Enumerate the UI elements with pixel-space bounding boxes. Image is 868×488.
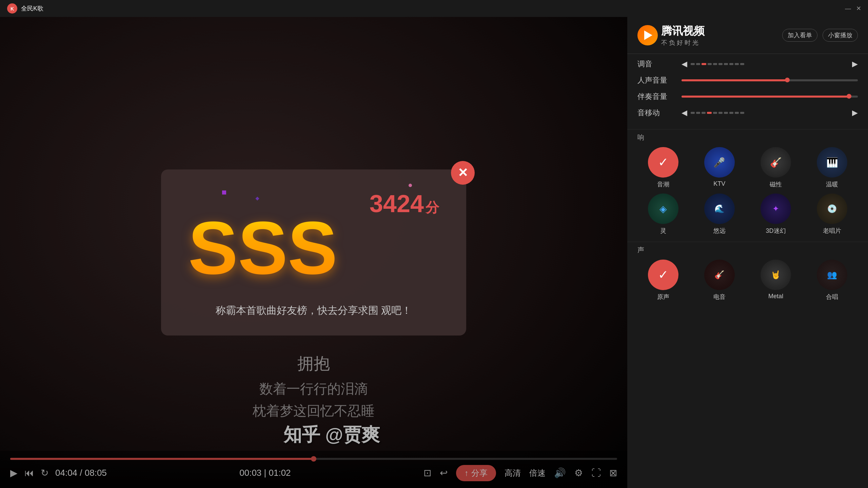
sound-effects-section: 响 ✓ 音潮 🎤 KTV 🎸 磁性 xyxy=(627,129,868,242)
tune-left-button[interactable]: ◀ xyxy=(682,60,687,68)
tune-dot-6 xyxy=(718,63,723,65)
effect-icon-distant: 🌊 xyxy=(704,194,735,224)
effect-label-original-voice: 原声 xyxy=(657,293,669,301)
minimize-button[interactable]: — xyxy=(845,5,851,12)
title-bar: K 全民K歌 — ✕ xyxy=(0,0,868,17)
tune-dot-10 xyxy=(740,63,744,65)
pitch-dot-10 xyxy=(740,112,744,114)
effect-item-original-voice[interactable]: ✓ 原声 xyxy=(637,260,689,301)
confetti-dot-3 xyxy=(255,197,259,200)
tune-dot-4 xyxy=(708,63,712,65)
pitch-row: 音移动 ◀ ▶ xyxy=(637,108,858,118)
pitch-dot-8 xyxy=(729,112,733,114)
pitch-dots xyxy=(691,112,849,114)
tune-dot-1 xyxy=(691,63,695,65)
effect-label-oldfilm: 老唱片 xyxy=(823,227,841,235)
effect-icon-chorus: 👥 xyxy=(817,260,847,290)
tune-dot-5 xyxy=(713,63,717,65)
tencent-play-icon xyxy=(637,25,658,45)
effect-icon-magnetic: 🎸 xyxy=(761,147,791,178)
pitch-dot-7 xyxy=(724,112,728,114)
tencent-name: 腾讯视频 xyxy=(661,24,705,39)
header-actions: 加入看单 小窗播放 xyxy=(782,29,858,42)
window-controls: — ✕ xyxy=(845,5,861,12)
bgm-thumb xyxy=(847,94,851,99)
score-modal: ✕ 3424 分 SSS 称霸本首歌曲好友榜，快去分享求围 观吧！ xyxy=(161,169,466,336)
pitch-dot-3 xyxy=(702,112,706,114)
effect-item-chorus[interactable]: 👥 合唱 xyxy=(807,260,858,301)
mini-play-button[interactable]: 小窗播放 xyxy=(823,29,858,42)
pitch-right-button[interactable]: ▶ xyxy=(852,108,858,117)
effect-check-sound: ✓ xyxy=(648,147,678,178)
effect-check-voice: ✓ xyxy=(648,260,678,290)
effect-icon-oldfilm: 💿 xyxy=(817,194,847,224)
bgm-row: 伴奏音量 xyxy=(637,92,858,102)
effect-icon-ktv: 🎤 xyxy=(704,147,735,178)
effect-label-magnetic: 磁性 xyxy=(770,180,782,188)
voice-effects-section: 声 ✓ 原声 🎸 电音 🤘 Metal xyxy=(627,242,868,308)
effect-label-electric: 电音 xyxy=(713,293,726,301)
vocal-slider[interactable] xyxy=(682,79,858,81)
effect-item-spirit[interactable]: ◈ 灵 xyxy=(637,194,689,235)
tune-dot-8 xyxy=(729,63,733,65)
effect-item-warm[interactable]: 🎹 温暖 xyxy=(807,147,858,188)
effect-label-original-sound: 音潮 xyxy=(657,180,669,188)
bgm-slider[interactable] xyxy=(682,96,858,98)
effect-item-ktv[interactable]: 🎤 KTV xyxy=(694,147,745,188)
tune-dot-9 xyxy=(735,63,739,65)
confetti-dot-1 xyxy=(222,190,226,195)
play-triangle-icon xyxy=(644,30,652,40)
pitch-dot-4 xyxy=(707,112,712,114)
tune-controls: ◀ ▶ xyxy=(682,60,858,68)
pitch-dot-5 xyxy=(713,112,717,114)
title-left: K 全民K歌 xyxy=(7,3,43,14)
effect-icon-warm: 🎹 xyxy=(817,147,847,178)
pitch-label: 音移动 xyxy=(637,108,682,118)
tencent-text: 腾讯视频 不 负 好 时 光 xyxy=(661,24,705,47)
tencent-header: 腾讯视频 不 负 好 时 光 加入看单 小窗播放 xyxy=(627,17,868,54)
score-description: 称霸本首歌曲好友榜，快去分享求围 观吧！ xyxy=(216,302,412,319)
sss-grade-text: SSS xyxy=(188,211,439,285)
pitch-dot-1 xyxy=(691,112,695,114)
pitch-dot-2 xyxy=(696,112,700,114)
close-button[interactable]: ✕ xyxy=(856,5,861,12)
tencent-logo: 腾讯视频 不 负 好 时 光 xyxy=(637,24,705,47)
effect-item-metal[interactable]: 🤘 Metal xyxy=(750,260,802,301)
tune-label: 调音 xyxy=(637,59,682,69)
pitch-left-button[interactable]: ◀ xyxy=(682,108,687,117)
effect-icon-electric: 🎸 xyxy=(704,260,735,290)
tune-right-button[interactable]: ▶ xyxy=(852,60,858,68)
effect-icon-3d: ✦ xyxy=(761,194,791,224)
vocal-thumb xyxy=(785,78,790,82)
modal-overlay: ✕ 3424 分 SSS 称霸本首歌曲好友榜，快去分享求围 观吧！ xyxy=(0,17,627,488)
add-to-list-button[interactable]: 加入看单 xyxy=(782,29,817,42)
right-panel: 腾讯视频 不 负 好 时 光 加入看单 小窗播放 调音 ◀ xyxy=(627,17,868,488)
effect-label-warm: 温暖 xyxy=(826,180,838,188)
effect-item-oldfilm[interactable]: 💿 老唱片 xyxy=(807,194,858,235)
effect-item-3d[interactable]: ✦ 3D迷幻 xyxy=(750,194,802,235)
vocal-fill xyxy=(682,79,787,81)
pitch-controls: ◀ ▶ xyxy=(682,108,858,117)
tune-dot-2 xyxy=(696,63,700,65)
vocal-row: 人声音量 xyxy=(637,75,858,85)
tune-dot-3 xyxy=(702,63,706,65)
app-title: 全民K歌 xyxy=(21,4,43,13)
effect-item-original-sound[interactable]: ✓ 音潮 xyxy=(637,147,689,188)
effect-label-distant: 悠远 xyxy=(713,227,726,235)
effect-item-magnetic[interactable]: 🎸 磁性 xyxy=(750,147,802,188)
tencent-slogan: 不 负 好 时 光 xyxy=(661,39,705,47)
bgm-fill xyxy=(682,96,849,98)
effect-icon-spirit: ◈ xyxy=(648,194,678,224)
voice-effects-grid: ✓ 原声 🎸 电音 🤘 Metal 👥 xyxy=(637,260,858,301)
sound-effects-grid: ✓ 音潮 🎤 KTV 🎸 磁性 🎹 xyxy=(637,147,858,235)
bgm-label: 伴奏音量 xyxy=(637,92,682,102)
effect-item-distant[interactable]: 🌊 悠远 xyxy=(694,194,745,235)
pitch-dot-9 xyxy=(735,112,739,114)
effect-item-electric[interactable]: 🎸 电音 xyxy=(694,260,745,301)
effect-label-metal: Metal xyxy=(768,293,783,300)
vocal-label: 人声音量 xyxy=(637,75,682,85)
sss-container: SSS xyxy=(188,211,439,296)
tune-row: 调音 ◀ ▶ xyxy=(637,59,858,69)
modal-close-button[interactable]: ✕ xyxy=(451,161,475,185)
app-logo-icon: K xyxy=(7,3,18,14)
